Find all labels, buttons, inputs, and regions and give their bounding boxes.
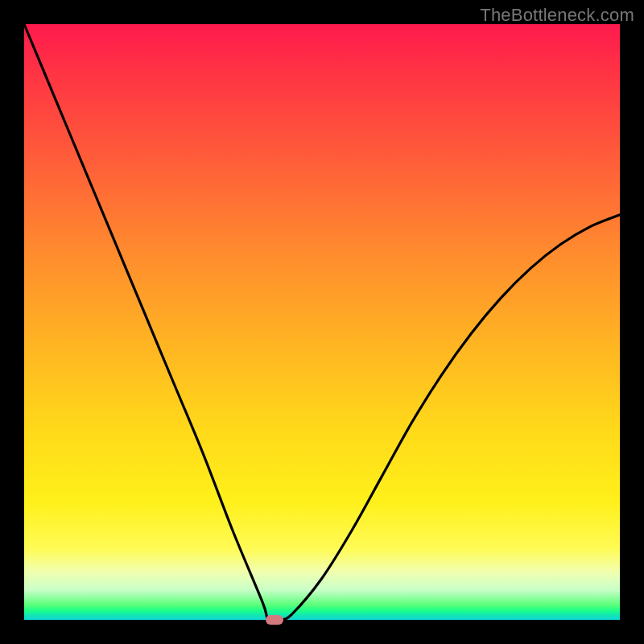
minimum-marker	[266, 615, 283, 625]
curve-path	[24, 24, 620, 621]
watermark-text: TheBottleneck.com	[480, 5, 634, 26]
bottleneck-curve	[24, 24, 620, 620]
plot-area	[24, 24, 620, 620]
chart-frame: TheBottleneck.com	[0, 0, 644, 644]
